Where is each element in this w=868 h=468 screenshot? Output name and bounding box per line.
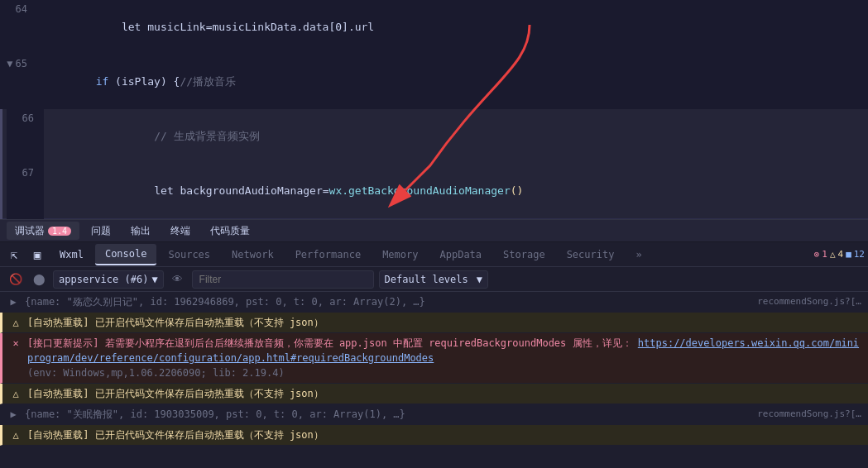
tab-label: Security: [567, 249, 615, 260]
code-content-65: if (isPlay) {//播放音乐: [37, 55, 868, 109]
debug-tab-label: 输出: [131, 224, 151, 238]
row-source-1[interactable]: recommendSong.js?[…: [757, 294, 861, 309]
code-editor: 64 let musicLink=musicLinkData.data[0].u…: [0, 0, 868, 219]
console-row-2: △ [自动热重载] 已开启代码文件保存后自动热重载（不支持 json）: [0, 313, 868, 333]
code-line-68: 68 backgroundAudioManager.src=musicLink: [0, 218, 868, 219]
code-content-67: let backgroundAudioManager=wx.getBackgro…: [44, 164, 868, 218]
level-selector[interactable]: Default levels ▼: [379, 270, 488, 289]
console-row-1: ▶ {name: "殇恋久别日记", id: 1962946869, pst: …: [0, 292, 868, 313]
line-number-65: ▼65: [0, 55, 37, 109]
error-icon: ✕: [9, 337, 22, 350]
error-count: 1: [822, 249, 827, 260]
console-row-5: ▶ {name: "关眠撸报", id: 1903035009, pst: 0,…: [0, 404, 868, 425]
code-line-65: ▼65 if (isPlay) {//播放音乐: [0, 55, 868, 109]
expand-icon[interactable]: ▶: [7, 295, 20, 308]
info-count: 12: [854, 249, 865, 260]
tab-label: Network: [232, 249, 274, 260]
code-content-64: let musicLink=musicLinkData.data[0].url: [37, 0, 868, 55]
tab-label: AppData: [439, 249, 482, 260]
line-number-64: 64: [0, 0, 37, 55]
debug-tabs-bar: 调试器 1.4 问题 输出 终端 代码质量: [0, 219, 868, 242]
tab-label: Memory: [382, 249, 418, 260]
code-lines: 64 let musicLink=musicLinkData.data[0].u…: [0, 0, 868, 219]
tab-appdata[interactable]: AppData: [429, 244, 492, 265]
code-content-68: backgroundAudioManager.src=musicLink: [44, 218, 868, 219]
debug-tab-output[interactable]: 输出: [122, 222, 159, 240]
nav-cursor-icon[interactable]: ⇱: [3, 244, 25, 265]
tab-performance[interactable]: Performance: [285, 244, 371, 265]
devtools-nav: ⇱ ▣ Wxml Console Sources Network Perform…: [0, 242, 868, 267]
code-content-66: // 生成背景音频实例: [44, 109, 868, 164]
warning-icon: △: [9, 428, 22, 442]
tab-more[interactable]: »: [626, 244, 651, 265]
row-content-2: [自动热重载] 已开启代码文件保存后自动热重载（不支持 json）: [27, 315, 861, 330]
code-line-66: 66 // 生成背景音频实例: [0, 109, 868, 164]
warning-icon: △: [9, 316, 22, 329]
debug-tab-badge: 1.4: [48, 227, 71, 236]
chevron-down-icon: ▼: [477, 274, 482, 285]
tab-network[interactable]: Network: [222, 244, 284, 265]
debug-tab-label: 调试器: [15, 224, 45, 238]
tab-label: Wxml: [60, 249, 84, 260]
debug-tab-quality[interactable]: 代码质量: [202, 222, 258, 240]
tab-console[interactable]: Console: [95, 244, 157, 265]
nav-mobile-icon[interactable]: ▣: [26, 244, 48, 265]
debug-tab-label: 代码质量: [210, 224, 250, 238]
expand-icon[interactable]: ▶: [7, 408, 20, 421]
debug-tab-terminal[interactable]: 终端: [162, 222, 199, 240]
debug-tab-debugger[interactable]: 调试器 1.4: [7, 222, 79, 240]
error-circle-icon: ⊗: [814, 249, 820, 260]
clear-console-icon[interactable]: 🚫: [7, 270, 25, 289]
chevron-down-icon: ▼: [151, 274, 157, 285]
tab-label: Console: [105, 248, 147, 260]
tab-label: Performance: [295, 249, 361, 260]
console-row-3: ✕ [接口更新提示] 若需要小程序在退到后台后继续播放音频，你需要在 app.j…: [0, 333, 868, 384]
nav-right-badges: ⊗ 1 △ 4 ■ 12: [814, 249, 865, 260]
service-selector[interactable]: appservice (#6) ▼: [53, 270, 164, 289]
tab-label: Sources: [168, 249, 210, 260]
eye-icon[interactable]: 👁: [169, 270, 187, 289]
tab-memory[interactable]: Memory: [372, 244, 428, 265]
row-content-1: {name: "殇恋久别日记", id: 1962946869, pst: 0,…: [25, 294, 751, 309]
tab-label: »: [635, 249, 641, 260]
tab-label: Storage: [503, 249, 545, 260]
console-row-6: △ [自动热重载] 已开启代码文件保存后自动热重载（不支持 json）: [0, 425, 868, 446]
info-square-icon: ■: [846, 249, 851, 260]
row-content-5: {name: "关眠撸报", id: 1903035009, pst: 0, t…: [25, 407, 751, 422]
console-row-4: △ [自动热重载] 已开启代码文件保存后自动热重载（不支持 json）: [0, 384, 868, 404]
debug-tab-issues[interactable]: 问题: [83, 222, 119, 240]
row-content-3: [接口更新提示] 若需要小程序在退到后台后继续播放音频，你需要在 app.jso…: [27, 336, 861, 380]
console-output[interactable]: ▶ {name: "殇恋久别日记", id: 1962946869, pst: …: [0, 292, 868, 468]
error-badge-group: ⊗ 1 △ 4 ■ 12: [814, 249, 865, 260]
line-number-66: 66: [7, 109, 44, 164]
code-line-67: 67 let backgroundAudioManager=wx.getBack…: [0, 164, 868, 218]
debug-tab-label: 问题: [91, 224, 111, 238]
tab-storage[interactable]: Storage: [493, 244, 555, 265]
row-content-4: [自动热重载] 已开启代码文件保存后自动热重载（不支持 json）: [27, 386, 861, 401]
filter-input[interactable]: [192, 270, 374, 289]
code-line-64: 64 let musicLink=musicLinkData.data[0].u…: [0, 0, 868, 55]
debug-tab-label: 终端: [170, 224, 190, 238]
line-number-67: 67: [7, 164, 44, 218]
tab-sources[interactable]: Sources: [158, 244, 220, 265]
line-number-68: 68: [7, 218, 44, 219]
row-source-5[interactable]: recommendSong.js?[…: [757, 407, 861, 422]
service-label: appservice (#6): [59, 274, 148, 285]
warning-icon: △: [9, 387, 22, 400]
row-content-6: [自动热重载] 已开启代码文件保存后自动热重载（不支持 json）: [27, 427, 861, 442]
console-toolbar: 🚫 ⬤ appservice (#6) ▼ 👁 Default levels ▼: [0, 267, 868, 292]
tab-security[interactable]: Security: [557, 244, 625, 265]
pause-on-exception-icon[interactable]: ⬤: [30, 270, 48, 289]
warning-triangle-icon: △: [830, 249, 836, 260]
tab-wxml[interactable]: Wxml: [50, 244, 94, 265]
warning-count: 4: [838, 249, 844, 260]
level-label: Default levels: [385, 274, 468, 285]
